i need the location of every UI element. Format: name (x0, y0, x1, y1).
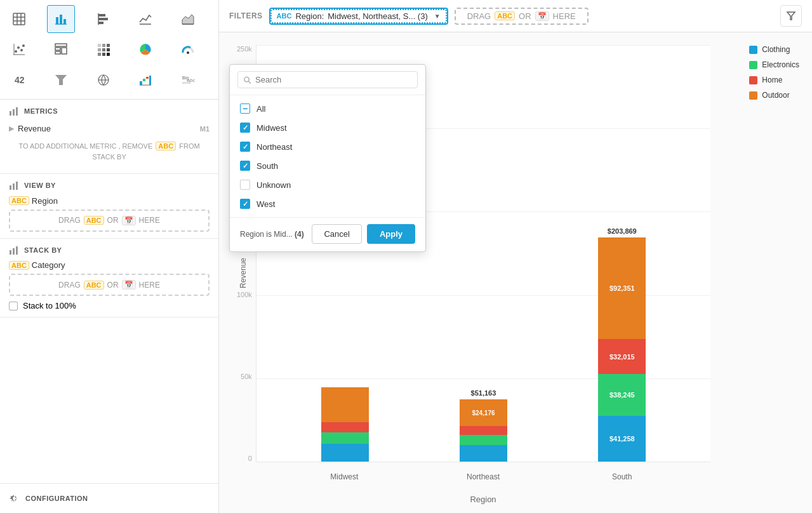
svg-line-59 (249, 81, 251, 83)
midwest-checkbox[interactable]: ✓ (240, 123, 250, 133)
svg-rect-7 (63, 19, 66, 24)
line-chart-btn[interactable] (131, 5, 159, 33)
stack-by-section: STACK BY ABC Category DRAG ABC OR 📅 HERE… (0, 239, 218, 318)
item-label-unknown: Unknown (256, 180, 291, 190)
item-label-midwest: Midwest (256, 123, 287, 133)
dropdown-footer: Region is Mid... (4) Cancel Apply (230, 217, 425, 246)
midwest-outdoor-seg (321, 387, 369, 422)
dropdown-item-west[interactable]: ✓ West (230, 194, 425, 213)
south-checkbox[interactable]: ✓ (240, 161, 250, 171)
svg-rect-6 (60, 15, 62, 24)
x-label-midwest: Midwest (321, 472, 368, 481)
dropdown-item-unknown[interactable]: Unknown (230, 175, 425, 194)
waterfall-btn[interactable] (131, 66, 159, 94)
filter-abc-tag: ABC (277, 12, 292, 20)
svg-rect-52 (13, 183, 15, 190)
svg-point-18 (20, 49, 23, 51)
heatmap-btn[interactable] (90, 36, 117, 63)
dropdown-item-midwest[interactable]: ✓ Midwest (230, 118, 425, 137)
stack-by-dimension: ABC Category (9, 260, 65, 270)
northeast-outdoor-seg: $24,176 (460, 399, 507, 426)
svg-rect-29 (98, 48, 101, 51)
revenue-metric-row: ▶ Revenue M1 (9, 121, 210, 136)
drag-abc-tag: ABC (84, 216, 104, 225)
gauge-btn[interactable] (174, 36, 202, 63)
area-chart-btn[interactable] (174, 5, 202, 33)
dropdown-item-all[interactable]: − All (230, 99, 425, 118)
unknown-checkbox[interactable] (240, 180, 250, 190)
south-stack: $92,351 $32,015 $38,245 $41,258 (598, 237, 646, 462)
pie-chart-btn[interactable] (131, 36, 159, 63)
table-chart-btn[interactable] (5, 5, 33, 33)
svg-rect-0 (13, 13, 25, 25)
svg-rect-51 (10, 185, 11, 190)
view-by-drag-zone[interactable]: DRAG ABC OR 📅 HERE (9, 210, 210, 232)
stack-100-checkbox[interactable] (9, 302, 18, 310)
search-input-wrapper (237, 71, 418, 88)
chart-legend: Clothing Electronics Home Outdoor (749, 45, 799, 100)
legend-outdoor: Outdoor (749, 91, 799, 100)
region-filter-pill[interactable]: ABC Region: Midwest, Northeast, S... (3)… (269, 8, 448, 25)
svg-rect-23 (55, 48, 60, 50)
filter-field: Region: (295, 11, 324, 21)
abc-tag-note: ABC (156, 142, 176, 150)
x-label-south: South (598, 472, 646, 481)
svg-rect-5 (56, 17, 58, 24)
search-icon (243, 76, 251, 84)
svg-rect-56 (16, 246, 18, 255)
single-value-btn[interactable]: 42 (5, 66, 33, 94)
map-btn[interactable] (90, 66, 117, 94)
item-label-west: West (256, 199, 275, 209)
pivot-btn[interactable] (47, 36, 75, 63)
all-checkbox[interactable]: − (240, 103, 250, 114)
stack-abc-tag: ABC (84, 281, 104, 290)
svg-rect-49 (13, 109, 15, 116)
wordcloud-btn[interactable]: Bigwordsabc (174, 66, 202, 94)
bar-south: $203,869 $92,351 $32,015 $38,245 (598, 227, 646, 462)
northeast-home-seg (460, 426, 507, 435)
clothing-legend-dot (749, 46, 757, 54)
region-filter-dropdown: − All ✓ Midwest ✓ Northeast (229, 64, 426, 252)
midwest-home-seg (321, 422, 369, 432)
scatter-btn[interactable] (5, 36, 33, 63)
svg-rect-55 (13, 248, 15, 255)
svg-rect-43 (149, 76, 151, 85)
metric-badge: M1 (200, 125, 210, 133)
horiz-bar-btn[interactable] (90, 5, 117, 33)
northeast-checkbox[interactable]: ✓ (240, 142, 250, 152)
dropdown-item-south[interactable]: ✓ South (230, 156, 425, 175)
filter-drag-zone[interactable]: DRAG ABC OR 📅 HERE (455, 8, 589, 25)
svg-rect-33 (102, 53, 105, 56)
midwest-clothing-seg (321, 444, 369, 462)
metrics-section: METRICS ▶ Revenue M1 TO ADD ADDITIONAL M… (0, 100, 218, 174)
search-input[interactable] (255, 75, 412, 84)
bar-northeast: $51,163 $24,176 (460, 389, 507, 462)
svg-point-58 (244, 77, 249, 81)
bar-chart-btn[interactable] (47, 5, 75, 33)
item-label-all: All (256, 104, 265, 114)
apply-button[interactable]: Apply (367, 224, 415, 244)
dropdown-item-northeast[interactable]: ✓ Northeast (230, 137, 425, 156)
stack-by-drag-zone[interactable]: DRAG ABC OR 📅 HERE (9, 274, 210, 296)
dropdown-search-area (230, 65, 425, 95)
funnel-btn[interactable] (47, 66, 75, 94)
filters-label: FILTERS (229, 11, 263, 20)
configuration-section[interactable]: CONFIGURATION (0, 483, 218, 513)
svg-point-19 (22, 44, 25, 47)
cancel-button[interactable]: Cancel (312, 224, 361, 244)
west-checkbox[interactable]: ✓ (240, 199, 250, 209)
filter-icon-button[interactable] (780, 5, 802, 27)
svg-rect-32 (98, 53, 101, 56)
svg-rect-26 (98, 44, 101, 47)
south-clothing-seg: $41,258 (598, 416, 646, 462)
svg-rect-40 (140, 81, 142, 85)
outdoor-legend-dot (749, 91, 757, 100)
stack-by-header: STACK BY (9, 245, 210, 255)
svg-rect-25 (62, 48, 67, 54)
view-by-dimension: ABC Region (9, 196, 58, 206)
configuration-label: CONFIGURATION (25, 495, 88, 502)
legend-electronics: Electronics (749, 60, 799, 69)
filter-value: Midwest, Northeast, S... (3) (328, 11, 428, 21)
svg-rect-31 (107, 48, 110, 51)
legend-home: Home (749, 76, 799, 84)
